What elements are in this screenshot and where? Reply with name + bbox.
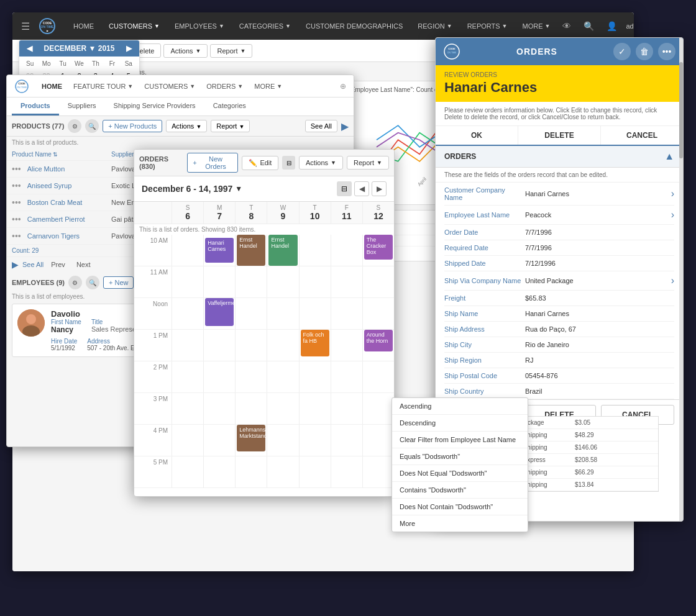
employees-search-btn[interactable]: 🔍	[86, 276, 99, 289]
new-employee-button[interactable]: + New	[103, 276, 134, 289]
time-cell	[267, 456, 298, 487]
review-cancel-btn[interactable]: CANCEL	[601, 126, 683, 145]
product-name-cell[interactable]: Camembert Pierrot	[27, 215, 85, 223]
time-cell	[172, 393, 203, 424]
review-scroll-thumb[interactable]	[679, 62, 683, 159]
eye-icon[interactable]: 👁	[559, 19, 575, 34]
nav2-customers[interactable]: CUSTOMERS ▼	[139, 80, 200, 93]
employees-settings-btn[interactable]: ⚙	[68, 276, 82, 289]
filter-equals[interactable]: Equals "Dodsworth"	[392, 448, 528, 465]
nav-customers[interactable]: CUSTOMERS ▼	[103, 19, 166, 34]
orders-desc-2: This is a list of orders. Showing 830 it…	[134, 224, 394, 235]
nav-reports[interactable]: REPORTS ▼	[461, 19, 514, 34]
prev-page-icon[interactable]: ▶	[12, 260, 19, 270]
filter-not-contains[interactable]: Does Not Contain "Dodsworth"	[392, 499, 528, 515]
products-actions-button[interactable]: Actions ▼	[166, 120, 207, 132]
event-block[interactable]: Around the Horn	[364, 330, 393, 351]
row-dots-menu[interactable]: •••	[12, 164, 21, 174]
time-cell	[267, 425, 298, 456]
review-delete-action-btn[interactable]: DELETE	[518, 126, 601, 145]
time-cell	[299, 456, 331, 487]
calendar-edit-button[interactable]: ✏️ Edit	[242, 156, 278, 170]
event-block[interactable]: Vaffeljerme	[205, 298, 234, 326]
field-label: Order Date	[444, 229, 525, 236]
calendar-grid-icon[interactable]: ⊟	[337, 181, 352, 196]
field-arrow-icon[interactable]: ›	[671, 188, 674, 199]
product-name-cell[interactable]: Boston Crab Meat	[27, 199, 83, 206]
report-button[interactable]: Report ▼	[210, 44, 252, 58]
products-nav-arrow[interactable]: ▶	[341, 120, 349, 132]
row-dots-menu[interactable]: •••	[12, 181, 21, 191]
products-see-all-button[interactable]: See All	[305, 120, 337, 132]
svg-text:ON TIME: ON TIME	[41, 25, 54, 29]
field-arrow-icon[interactable]: ›	[671, 209, 674, 220]
tab-shipping[interactable]: Shipping Service Providers	[105, 97, 204, 116]
calendar-actions-button[interactable]: Actions ▼	[299, 156, 343, 170]
nav-more[interactable]: MORE ▼	[516, 19, 557, 34]
next-button[interactable]: Next	[73, 260, 94, 270]
user-icon[interactable]: 👤	[603, 19, 621, 34]
expand-icon[interactable]: ⊕	[337, 79, 349, 93]
collapse-icon[interactable]: ▲	[664, 151, 674, 162]
filter-clear[interactable]: Clear Filter from Employee Last Name	[392, 432, 528, 448]
new-orders-button[interactable]: + New Orders	[187, 153, 238, 173]
event-block[interactable]: Folk och fa HB	[301, 330, 329, 356]
nav-region[interactable]: REGION ▼	[411, 19, 458, 34]
filter-more[interactable]: More	[392, 515, 528, 532]
calendar-view-icon[interactable]: ⊟	[282, 156, 295, 170]
products-report-button[interactable]: Report ▼	[211, 120, 250, 132]
event-block[interactable]: Ernst Handel	[237, 235, 265, 266]
field-arrow-icon[interactable]: ›	[671, 275, 674, 286]
event-block[interactable]: Lehmanns Marktstand	[237, 425, 265, 451]
cal-next-btn[interactable]: ▶	[124, 44, 134, 53]
row-dots-menu[interactable]: •••	[12, 231, 21, 241]
nav2-orders[interactable]: ORDERS ▼	[201, 80, 248, 93]
row-dots-menu[interactable]: •••	[12, 214, 21, 224]
calendar-report-button[interactable]: Report ▼	[347, 156, 389, 170]
cal-prev-btn[interactable]: ◀	[24, 44, 35, 53]
review-scrollbar[interactable]	[679, 38, 683, 521]
review-more-btn[interactable]: •••	[658, 43, 675, 60]
tab-suppliers[interactable]: Suppliers	[59, 97, 105, 116]
time-cell	[172, 456, 203, 487]
nav2-feature-tour[interactable]: FEATURE TOUR ▼	[68, 80, 138, 93]
hamburger-icon[interactable]: ☰	[19, 18, 32, 35]
field-label: Customer Company Name	[444, 186, 525, 201]
filter-not-equal[interactable]: Does Not Equal "Dodsworth"	[392, 465, 528, 482]
nav-employees[interactable]: EMPLOYEES ▼	[168, 19, 231, 34]
nav-categories[interactable]: CATEGORIES ▼	[233, 19, 297, 34]
product-name-cell[interactable]: Aniseed Syrup	[27, 182, 72, 189]
admin-button[interactable]: admin ▼	[626, 22, 634, 30]
product-name-cell[interactable]: Carnarvon Tigers	[27, 232, 80, 240]
actions-button[interactable]: Actions ▼	[163, 44, 208, 58]
product-name-cell[interactable]: Alice Mutton	[27, 165, 65, 173]
tab-products[interactable]: Products	[12, 97, 59, 116]
next-week-button[interactable]: ▶	[372, 181, 387, 196]
products-search-btn[interactable]: 🔍	[85, 119, 99, 133]
row-dots-menu[interactable]: •••	[12, 197, 21, 207]
products-settings-btn[interactable]: ⚙	[68, 119, 81, 133]
event-block[interactable]: Hanari Carnes	[205, 238, 234, 263]
new-products-button[interactable]: + New Products	[103, 120, 162, 132]
event-block[interactable]: Ernst Handel	[268, 235, 297, 266]
nav2-more[interactable]: MORE ▼	[249, 80, 287, 93]
prev-button[interactable]: Prev	[47, 260, 69, 270]
review-confirm-btn[interactable]: ✓	[613, 43, 631, 60]
svg-point-51	[26, 314, 36, 324]
nav2-home[interactable]: HOME	[37, 80, 67, 93]
time-cell	[362, 456, 394, 487]
review-header-actions: ✓ 🗑 •••	[613, 43, 675, 60]
search-icon[interactable]: 🔍	[580, 19, 598, 34]
see-all-link[interactable]: See All	[22, 261, 44, 268]
review-delete-btn[interactable]: 🗑	[636, 43, 653, 60]
event-block[interactable]: The Cracker Box	[364, 235, 393, 260]
review-ok-btn[interactable]: OK	[436, 126, 518, 145]
filter-ascending[interactable]: Ascending	[392, 398, 528, 415]
filter-contains[interactable]: Contains "Dodsworth"	[392, 482, 528, 499]
prev-week-button[interactable]: ◀	[354, 181, 369, 196]
tab-categories[interactable]: Categories	[204, 97, 255, 116]
col-product-name[interactable]: Product Name ⇅	[12, 151, 111, 158]
filter-descending[interactable]: Descending	[392, 415, 528, 432]
nav-home[interactable]: HOME	[67, 19, 100, 34]
nav-demographics[interactable]: CUSTOMER DEMOGRAPHICS	[300, 19, 409, 34]
